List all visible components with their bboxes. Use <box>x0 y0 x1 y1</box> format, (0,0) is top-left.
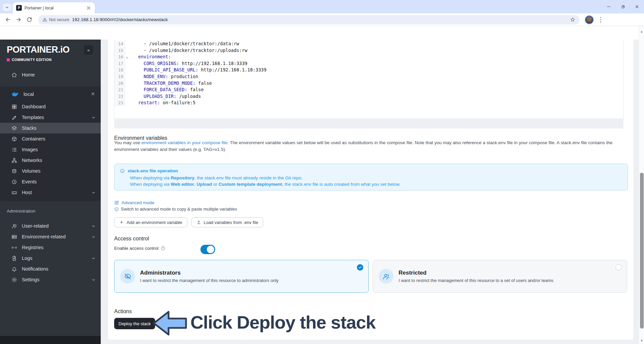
add-env-variable-button[interactable]: Add an environment variable <box>114 217 187 227</box>
administrators-title: Administrators <box>140 270 279 276</box>
chevron-down-icon <box>91 190 96 195</box>
environment-close-icon[interactable] <box>91 92 95 96</box>
administrators-desc: I want to restrict the management of thi… <box>140 278 279 283</box>
load-env-file-button[interactable]: Load variables from .env file <box>191 217 264 227</box>
chevron-down-icon <box>91 224 96 229</box>
bookmark-star-icon[interactable] <box>570 17 576 22</box>
line-number: 19 <box>114 73 125 80</box>
scroll-down-icon[interactable]: ▼ <box>639 338 644 343</box>
browser-toolbar: Not secure 192.168.1.18:9000/#!/2/docker… <box>0 13 644 26</box>
warning-icon <box>42 17 47 22</box>
url-text[interactable]: 192.168.1.18:9000/#!/2/docker/stacks/new… <box>72 17 567 22</box>
sidebar-item-registries[interactable]: Registries <box>0 242 101 253</box>
sidebar-item-label: Environment-related <box>22 234 86 239</box>
line-number: 14 <box>114 41 125 47</box>
toggle-knob <box>207 246 214 253</box>
browser-menu-icon[interactable] <box>597 16 604 23</box>
restricted-icon-circle <box>379 269 394 284</box>
line-number: 23 <box>114 100 125 106</box>
editor-line[interactable]: 20 TRACKTOR_DEMO_MODE: false <box>114 80 623 87</box>
reload-icon[interactable] <box>25 15 34 24</box>
restricted-desc: I want to restrict the management of thi… <box>399 278 553 283</box>
broadcast-icon <box>11 245 17 250</box>
line-number: 21 <box>114 87 125 93</box>
sidebar-item-volumes[interactable]: Volumes <box>0 166 101 176</box>
sidebar-item-label: Stacks <box>22 125 96 131</box>
network-icon <box>11 158 17 163</box>
window-minimize-icon[interactable] <box>606 4 611 9</box>
sidebar-item-templates[interactable]: Templates <box>0 112 101 123</box>
chevron-down-icon <box>5 5 9 10</box>
deploy-stack-button[interactable]: Deploy the stack <box>114 318 155 329</box>
editor-line[interactable]: 21 FORCE_DATA_SEED: false <box>114 87 623 93</box>
line-number: 18 <box>114 67 125 73</box>
sidebar-item-networks[interactable]: Networks <box>0 155 101 166</box>
editor-resize-bar[interactable] <box>114 119 624 128</box>
eye-off-icon <box>124 273 132 280</box>
line-number: 20 <box>114 80 125 87</box>
administrators-card[interactable]: Administrators I want to restrict the ma… <box>114 260 369 293</box>
forward-icon[interactable] <box>14 15 23 24</box>
sidebar-item-stacks[interactable]: Stacks <box>0 123 101 133</box>
sidebar-item-logs[interactable]: Logs <box>0 253 101 264</box>
sidebar-item-label: Logs <box>22 255 86 261</box>
access-control-toggle[interactable] <box>200 245 215 254</box>
sidebar-item-images[interactable]: Images <box>0 144 101 155</box>
sidebar-item-settings[interactable]: Settings <box>0 274 101 285</box>
tab-close-icon[interactable] <box>86 5 91 11</box>
code-text: FORCE_DATA_SEED: false <box>125 87 204 93</box>
sidebar-item-label: Images <box>22 147 96 152</box>
code-text: - /volume1/docker/tracktor:/data:rw <box>125 41 239 47</box>
scroll-up-icon[interactable]: ▲ <box>639 29 644 34</box>
restricted-radio[interactable] <box>615 264 622 271</box>
editor-line[interactable]: 15 - /volume1/docker/tracktor:/uploads:r… <box>114 47 623 54</box>
restricted-title: Restricted <box>399 270 553 276</box>
code-text: TRACKTOR_DEMO_MODE: false <box>125 80 212 87</box>
home-icon <box>11 72 17 78</box>
actions-heading: Actions <box>114 308 132 314</box>
back-icon[interactable] <box>3 15 12 24</box>
security-badge[interactable]: Not secure <box>42 17 69 22</box>
restricted-card[interactable]: Restricted I want to restrict the manage… <box>373 260 627 293</box>
file-icon <box>11 255 17 261</box>
sidebar-collapse-button[interactable]: « <box>84 45 93 55</box>
editor-line[interactable]: 17 CORS_ORIGINS: http://192.168.1.18:333… <box>114 60 623 67</box>
browser-tab[interactable]: P Portainer | local <box>13 2 95 13</box>
environment-header-local[interactable]: local <box>0 87 101 101</box>
sidebar-item-host[interactable]: Host <box>0 187 101 198</box>
code-text: restart: on-failure:5 <box>125 100 195 106</box>
code-text: CORS_ORIGINS: http://192.168.1.18:3339 <box>125 60 247 67</box>
sidebar-item-notifications[interactable]: Notifications <box>0 264 101 274</box>
browser-titlebar: P Portainer | local <box>0 0 644 13</box>
sidebar: PORTAINER.iO « COMMUNITY EDITION Home lo… <box>0 40 101 344</box>
sidebar-item-containers[interactable]: Containers <box>0 133 101 144</box>
sidebar-item-environment-related[interactable]: Environment-related <box>0 231 101 242</box>
inline-link[interactable]: environment variables in your compose fi… <box>141 140 227 145</box>
sidebar-item-dashboard[interactable]: Dashboard <box>0 101 101 112</box>
editor-line[interactable]: 18 PUBLIC_API_BASE_URL: http://192.168.1… <box>114 67 623 73</box>
editor-line[interactable]: 22 UPLOADS_DIR: /uploads <box>114 93 623 100</box>
sidebar-item-home[interactable]: Home <box>0 69 101 80</box>
selected-check-icon <box>357 264 363 271</box>
sidebar-item-user-related[interactable]: User-related <box>0 221 101 231</box>
code-text: PUBLIC_API_BASE_URL: http://192.168.1.18… <box>125 67 267 73</box>
tab-search-button[interactable] <box>3 4 11 11</box>
editor-line[interactable]: 19 NODE_ENV: production <box>114 73 623 80</box>
address-bar[interactable]: Not secure 192.168.1.18:9000/#!/2/docker… <box>38 15 580 24</box>
page-scrollbar[interactable]: ▲ ▼ <box>639 26 644 344</box>
sidebar-item-label: Events <box>22 179 96 184</box>
editor-line[interactable]: 14 - /volume1/docker/tracktor:/data:rw <box>114 41 623 47</box>
fold-marker-icon[interactable]: ∨ <box>126 55 128 61</box>
clock-icon <box>11 179 17 185</box>
bold-text: Custom template deployment <box>219 182 282 187</box>
compose-editor[interactable]: 14 - /volume1/docker/tracktor:/data:rw15… <box>114 40 624 119</box>
window-close-icon[interactable] <box>635 4 639 9</box>
sidebar-item-events[interactable]: Events <box>0 176 101 187</box>
editor-line[interactable]: 23 restart: on-failure:5 <box>114 100 623 106</box>
profile-avatar[interactable] <box>585 15 594 24</box>
window-restore-icon[interactable] <box>620 4 625 9</box>
advanced-mode-link[interactable]: Advanced mode <box>114 200 154 205</box>
scrollbar-thumb[interactable] <box>640 173 644 329</box>
editor-line[interactable]: 16∨ environment: <box>114 54 623 60</box>
advanced-mode-hint: Switch to advanced mode to copy & paste … <box>114 207 237 212</box>
